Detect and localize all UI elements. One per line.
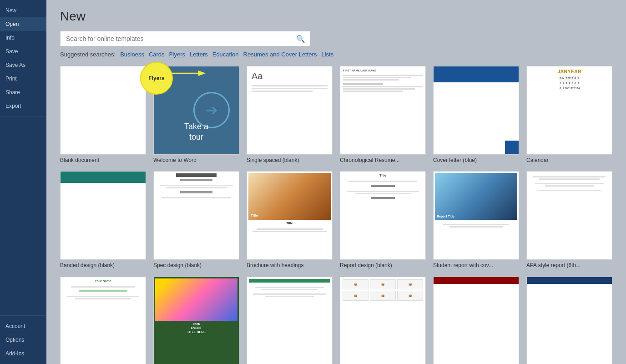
template-invoice[interactable]: Invoice (Timeless design) (526, 277, 612, 364)
template-name-report-blank: Report design (blank) (340, 262, 426, 269)
templates-grid: Blank document Flyers (60, 66, 612, 364)
template-address-labels[interactable]: 📦 📦 📦 📦 📦 📦 (340, 277, 426, 364)
sidebar-item-info[interactable]: Info (0, 31, 46, 45)
suggested-education[interactable]: Education (212, 51, 239, 58)
template-brochure[interactable]: Title Title Brochure with headings (247, 171, 333, 269)
template-name-calendar: Calendar (526, 157, 612, 164)
suggested-resumes[interactable]: Resumes and Cover Letters (243, 51, 317, 58)
sidebar-top-nav: New Open Info Save Save As Print Share E… (0, 0, 46, 117)
template-thumb-student: Report Title (433, 171, 519, 260)
suggested-flyers[interactable]: Flyers (169, 51, 185, 58)
suggested-searches: Suggested searches: Business Cards Flyer… (60, 51, 612, 58)
template-thumb-calendar: JAN YEAR S M T W T F S 1 2 3 4 5 6 (526, 66, 612, 155)
sidebar-item-save-as[interactable]: Save As (0, 58, 46, 72)
search-button[interactable]: 🔍 (292, 32, 310, 46)
template-name-brochure: Brochure with headings (247, 262, 333, 269)
search-input[interactable] (61, 31, 292, 46)
template-thumb-single: Aa (247, 66, 333, 155)
sidebar-item-add-ins[interactable]: Add-Ins (0, 347, 46, 360)
sidebar-item-save[interactable]: Save (0, 45, 46, 58)
sidebar-item-export[interactable]: Export (0, 99, 46, 113)
template-name-banded: Banded design (blank) (60, 262, 146, 269)
template-chrono-resume[interactable]: FIRST NAME LAST NAME Chronological Resum… (340, 66, 426, 164)
template-flyer[interactable]: DATE EVENT TITLE HERE Seasonal event fly… (153, 277, 239, 364)
template-project-scope[interactable]: Project scope report... (433, 277, 519, 364)
template-thumb-project-scope (433, 277, 519, 364)
template-apa[interactable]: APA style report (6th... (526, 171, 612, 269)
template-thumb-tour: Flyers ➔ Take atour (153, 66, 239, 155)
template-name-single: Single spaced (blank) (247, 157, 333, 164)
template-student[interactable]: Report Title Student report with cov... (433, 171, 519, 269)
template-blank[interactable]: Blank document (60, 66, 146, 164)
template-banded[interactable]: Banded design (blank) (60, 171, 146, 269)
template-thumb-report-blank: Title (340, 171, 426, 260)
template-report-blank[interactable]: Title Report design (blank) (340, 171, 426, 269)
template-name-chrono-resume: Chronological Resume... (340, 157, 426, 164)
page-title: New (60, 9, 612, 24)
template-cover-blue[interactable]: Cover letter (blue) (433, 66, 519, 164)
template-thumb-flyer: DATE EVENT TITLE HERE (153, 277, 239, 364)
sidebar-item-open[interactable]: Open (0, 17, 46, 31)
template-name-blank: Blank document (60, 157, 146, 164)
sidebar-item-account[interactable]: Account (0, 319, 46, 333)
svg-marker-1 (198, 71, 206, 76)
sidebar-item-print[interactable]: Print (0, 72, 46, 86)
template-thumb-cover-blue (433, 66, 519, 155)
template-thumb-address-labels: 📦 📦 📦 📦 📦 📦 (340, 277, 426, 364)
template-thumb-apa (526, 171, 612, 260)
sidebar-item-options[interactable]: Options (0, 333, 46, 347)
suggested-label: Suggested searches: (60, 51, 116, 58)
template-thumb-invoice (526, 277, 612, 364)
main-content: New 🔍 Suggested searches: Business Cards… (46, 0, 626, 364)
suggested-letters[interactable]: Letters (190, 51, 208, 58)
template-spec[interactable]: Spec design (blank) (153, 171, 239, 269)
template-resume-color[interactable]: Your Name Resume (color) (60, 277, 146, 364)
template-thumb-banded (60, 171, 146, 260)
template-name-apa: APA style report (6th... (526, 262, 612, 269)
template-name-spec: Spec design (blank) (153, 262, 239, 269)
template-thumb-business-letter (247, 277, 333, 364)
suggested-business[interactable]: Business (120, 51, 144, 58)
search-bar: 🔍 (60, 31, 310, 46)
template-calendar[interactable]: JAN YEAR S M T W T F S 1 2 3 4 5 6 (526, 66, 612, 164)
template-thumb-resume-color: Your Name (60, 277, 146, 364)
template-thumb-brochure: Title Title (247, 171, 333, 260)
sidebar-item-new[interactable]: New (0, 4, 46, 17)
sidebar: New Open Info Save Save As Print Share E… (0, 0, 46, 364)
template-tour[interactable]: Flyers ➔ Take atour (153, 66, 239, 164)
template-business-letter[interactable]: Business letter (Sales... (247, 277, 333, 364)
template-thumb-spec (153, 171, 239, 260)
template-name-tour: Welcome to Word (153, 157, 239, 164)
template-single[interactable]: Aa Single spaced (blank) (247, 66, 333, 164)
sidebar-item-share[interactable]: Share (0, 86, 46, 99)
sidebar-bottom-nav: Account Options Add-Ins (0, 315, 46, 364)
template-name-cover-blue: Cover letter (blue) (433, 157, 519, 164)
template-name-student: Student report with cov... (433, 262, 519, 269)
flyers-annotation-label: Flyers (148, 75, 164, 81)
template-thumb-chrono-resume: FIRST NAME LAST NAME (340, 66, 426, 155)
suggested-cards[interactable]: Cards (149, 51, 165, 58)
suggested-lists[interactable]: Lists (321, 51, 333, 58)
template-thumb-blank (60, 66, 146, 155)
